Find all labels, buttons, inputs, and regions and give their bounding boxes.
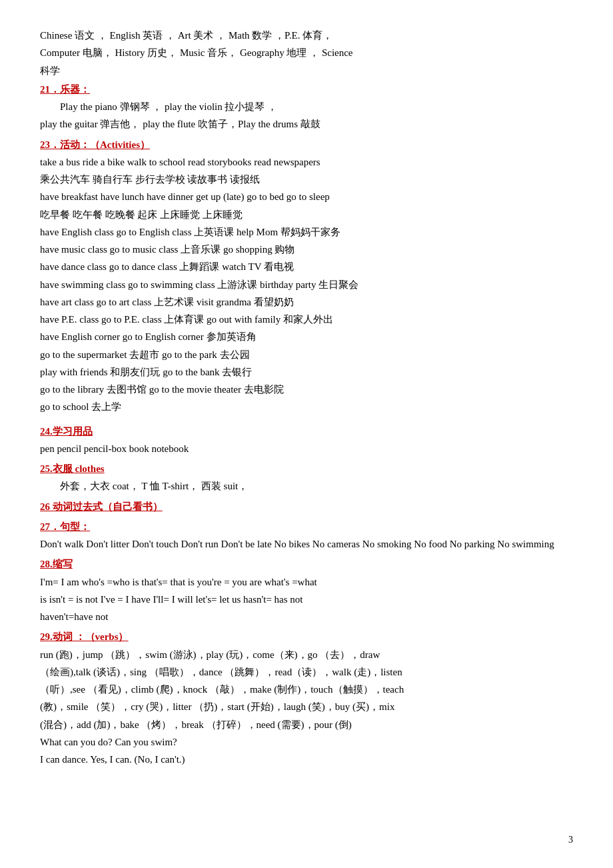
section23-row8-en: have P.E. class go to P.E. class 上体育课 go… xyxy=(40,311,573,328)
intro-section: Chinese 语文 ， English 英语 ， Art 美术 ， Math … xyxy=(40,27,573,79)
section27-heading: 27．句型： xyxy=(40,521,90,532)
section27-content: Don't walk Don't litter Don't touch Don'… xyxy=(40,535,573,553)
section29-line2: （绘画),talk (谈话)，sing （唱歌），dance （跳舞），read… xyxy=(40,663,573,681)
section23-row7-en: have art class go to art class 上艺术课 visi… xyxy=(40,293,573,311)
section23-row12-en: go to the library 去图书馆 go to the movie t… xyxy=(40,381,573,398)
intro-line2: Computer 电脑， History 历史， Music 音乐， Geogr… xyxy=(40,44,573,61)
section29-heading: 29.动词 ：（verbs） xyxy=(40,631,129,642)
section-26: 26 动词过去式（自己看书） xyxy=(40,498,573,515)
section26-heading: 26 动词过去式（自己看书） xyxy=(40,501,163,512)
section21-line1: Play the piano 弹钢琴 ， play the violin 拉小提… xyxy=(40,98,573,115)
section29-line4: (教)，smile （笑），cry (哭)，litter （扔)，start (… xyxy=(40,698,573,715)
section29-line3: （听）,see （看见)，climb (爬)，knock （敲），make (制… xyxy=(40,681,573,698)
section21-heading: 21．乐器： xyxy=(40,84,90,95)
section-24: 24.学习用品 pen pencil pencil-box book noteb… xyxy=(40,423,573,458)
section29-line1: run (跑)，jump （跳），swim (游泳)，play (玩)，come… xyxy=(40,646,573,663)
section23-row13-en: go to school 去上学 xyxy=(40,398,573,415)
section25-heading: 25.衣服 clothes xyxy=(40,463,105,474)
section29-line5: (混合)，add (加)，bake （烤），break （打碎），need (需… xyxy=(40,716,573,733)
section23-row2-en: have breakfast have lunch have dinner ge… xyxy=(40,188,573,205)
section29-a1: I can dance. Yes, I can. (No, I can't.) xyxy=(40,751,573,768)
section-21: 21．乐器： Play the piano 弹钢琴 ， play the vio… xyxy=(40,81,573,133)
section23-row2-zh: 吃早餐 吃午餐 吃晚餐 起床 上床睡觉 上床睡觉 xyxy=(40,206,573,223)
section-23: 23．活动：（Activities） take a bus ride a bik… xyxy=(40,136,573,416)
section23-row6-en: have swimming class go to swimming class… xyxy=(40,276,573,293)
section29-q1: What can you do? Can you swim? xyxy=(40,733,573,751)
section24-heading: 24.学习用品 xyxy=(40,426,93,437)
section23-heading: 23．活动：（Activities） xyxy=(40,139,150,150)
page-content: Chinese 语文 ， English 英语 ， Art 美术 ， Math … xyxy=(40,27,573,768)
section23-row10-en: go to the supermarket 去超市 go to the park… xyxy=(40,346,573,363)
intro-line1: Chinese 语文 ， English 英语 ， Art 美术 ， Math … xyxy=(40,27,573,44)
section-29: 29.动词 ：（verbs） run (跑)，jump （跳），swim (游泳… xyxy=(40,628,573,768)
section23-row9-en: have English corner go to English corner… xyxy=(40,328,573,345)
section23-row5-en: have dance class go to dance class 上舞蹈课 … xyxy=(40,258,573,275)
section24-content: pen pencil pencil-box book notebook xyxy=(40,440,573,457)
section28-line3: haven't=have not xyxy=(40,608,573,625)
section-25: 25.衣服 clothes 外套，大衣 coat， T 恤 T-shirt， 西… xyxy=(40,460,573,495)
section21-line2: play the guitar 弹吉他， play the flute 吹笛子，… xyxy=(40,115,573,133)
section28-line2: is isn't = is not I've = I have I'll= I … xyxy=(40,591,573,608)
section-27: 27．句型： Don't walk Don't litter Don't tou… xyxy=(40,518,573,553)
section23-row3-en: have English class go to English class 上… xyxy=(40,223,573,241)
section28-line1: I'm= I am who's =who is that's= that is … xyxy=(40,573,573,591)
section25-content: 外套，大衣 coat， T 恤 T-shirt， 西装 suit， xyxy=(40,477,573,495)
intro-line3: 科学 xyxy=(40,62,573,79)
section28-heading: 28.缩写 xyxy=(40,559,73,569)
section23-row11-en: play with friends 和朋友们玩 go to the bank 去… xyxy=(40,363,573,381)
section23-row4-en: have music class go to music class 上音乐课 … xyxy=(40,241,573,258)
section-28: 28.缩写 I'm= I am who's =who is that's= th… xyxy=(40,555,573,625)
section23-row1-zh: 乘公共汽车 骑自行车 步行去学校 读故事书 读报纸 xyxy=(40,171,573,188)
section23-row1-en: take a bus ride a bike walk to school re… xyxy=(40,153,573,171)
